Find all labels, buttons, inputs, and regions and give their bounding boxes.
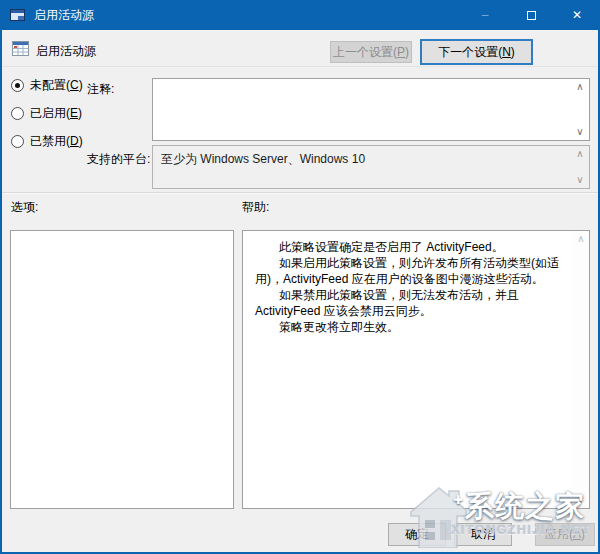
radio-label: 未配置(C) bbox=[30, 77, 83, 94]
maximize-icon bbox=[527, 11, 536, 20]
radio-label: 已禁用(D) bbox=[30, 133, 83, 150]
supported-on-value: 至少为 Windows Server、Windows 10 bbox=[161, 152, 365, 166]
scroll-down-icon[interactable]: ∨ bbox=[574, 494, 588, 506]
supported-on-label: 支持的平台: bbox=[87, 151, 150, 168]
scroll-down-icon[interactable]: ∨ bbox=[573, 126, 587, 138]
cancel-button[interactable]: 取消 bbox=[454, 523, 512, 546]
setting-header: 启用活动源 上一个设置(P) 下一个设置(N) bbox=[2, 30, 598, 67]
close-button[interactable]: ✕ bbox=[554, 0, 600, 30]
help-paragraph: 如果禁用此策略设置，则无法发布活动，并且 ActivityFeed 应该会禁用云… bbox=[255, 287, 567, 319]
radio-disabled[interactable]: 已禁用(D) bbox=[11, 133, 83, 150]
maximize-button[interactable] bbox=[508, 0, 554, 30]
options-panel bbox=[10, 230, 234, 509]
policy-setting-dialog: 启用活动源 – ✕ 启用活动源 上一个设置(P) 下一个设置(N) 未配置(C) bbox=[0, 0, 600, 554]
scroll-up-icon[interactable]: ∧ bbox=[573, 81, 587, 93]
apply-button[interactable]: 应用(A) bbox=[535, 523, 595, 546]
setting-title: 启用活动源 bbox=[36, 43, 96, 60]
radio-icon bbox=[11, 135, 24, 148]
scroll-down-icon: ∨ bbox=[573, 174, 587, 186]
window-title: 启用活动源 bbox=[34, 7, 94, 24]
options-label: 选项: bbox=[11, 199, 38, 216]
radio-enabled[interactable]: 已启用(E) bbox=[11, 105, 82, 122]
help-paragraph: 此策略设置确定是否启用了 ActivityFeed。 bbox=[255, 239, 567, 255]
previous-setting-button[interactable]: 上一个设置(P) bbox=[330, 41, 412, 63]
help-scrollbar[interactable]: ∧ ∨ bbox=[572, 231, 589, 508]
next-setting-button[interactable]: 下一个设置(N) bbox=[420, 39, 533, 65]
comment-textarea[interactable]: ∧ ∨ bbox=[152, 78, 590, 141]
comment-label: 注释: bbox=[87, 81, 114, 98]
radio-label: 已启用(E) bbox=[30, 105, 82, 122]
supported-on-box: 至少为 Windows Server、Windows 10 ∧ ∨ bbox=[152, 145, 590, 189]
scroll-up-icon[interactable]: ∧ bbox=[574, 233, 588, 245]
help-panel: 此策略设置确定是否启用了 ActivityFeed。 如果启用此策略设置，则允许… bbox=[242, 230, 590, 509]
radio-icon bbox=[11, 107, 24, 120]
title-bar: 启用活动源 – ✕ bbox=[0, 0, 600, 30]
caption-controls: – ✕ bbox=[462, 0, 600, 30]
policy-setting-icon bbox=[12, 41, 29, 56]
section-divider bbox=[2, 192, 598, 194]
help-paragraph: 如果启用此策略设置，则允许发布所有活动类型(如适用)，ActivityFeed … bbox=[255, 255, 567, 287]
radio-icon bbox=[11, 79, 24, 92]
app-window-icon bbox=[10, 8, 26, 22]
ok-button[interactable]: 确定 bbox=[388, 523, 446, 546]
help-label: 帮助: bbox=[242, 199, 269, 216]
radio-not-configured[interactable]: 未配置(C) bbox=[11, 77, 83, 94]
help-paragraph: 策略更改将立即生效。 bbox=[255, 319, 567, 335]
help-text: 此策略设置确定是否启用了 ActivityFeed。 如果启用此策略设置，则允许… bbox=[243, 231, 571, 508]
minimize-button[interactable]: – bbox=[462, 0, 508, 30]
scroll-up-icon: ∧ bbox=[573, 148, 587, 160]
